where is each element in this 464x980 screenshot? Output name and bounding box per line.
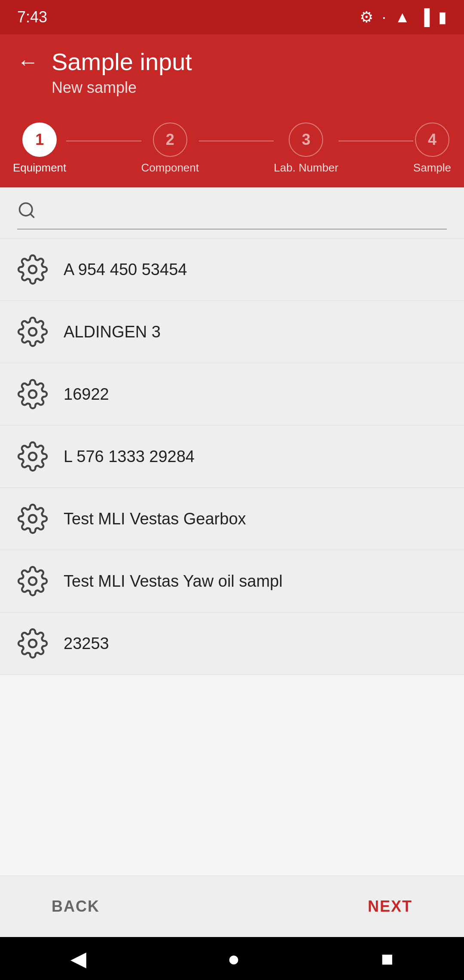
list-item-label: L 576 1333 29284	[64, 447, 195, 466]
status-icons: ⚙ · ▲ ▐ ▮	[360, 8, 447, 26]
step-1-circle: 1	[22, 122, 57, 157]
signal-icon: ▐	[418, 8, 430, 26]
gear-icon	[17, 254, 48, 285]
gear-icon	[17, 379, 48, 410]
step-3-label: Lab. Number	[274, 161, 338, 175]
nav-bar: ◀ ● ■	[0, 937, 464, 980]
svg-point-8	[29, 640, 37, 647]
step-3-circle: 3	[289, 122, 323, 157]
list-item-label: Test MLI Vestas Yaw oil sampl	[64, 572, 283, 591]
list-item-label: ALDINGEN 3	[64, 323, 161, 341]
list-item-label: 16922	[64, 385, 109, 404]
search-input[interactable]	[45, 200, 447, 224]
svg-point-3	[29, 328, 37, 336]
list-item-label: Test MLI Vestas Gearbox	[64, 510, 246, 528]
list-item[interactable]: Test MLI Vestas Gearbox	[0, 488, 464, 550]
list-item[interactable]: 16922	[0, 363, 464, 426]
nav-back-icon[interactable]: ◀	[70, 946, 86, 971]
header: ← Sample input New sample	[0, 34, 464, 114]
svg-line-1	[31, 214, 34, 217]
step-1-label: Equipment	[13, 161, 66, 175]
page-title: Sample input	[52, 47, 192, 76]
next-button[interactable]: NEXT	[342, 889, 438, 924]
step-connector-1	[66, 141, 141, 141]
page-subtitle: New sample	[52, 79, 192, 97]
step-connector-3	[339, 141, 413, 141]
list-item[interactable]: Test MLI Vestas Yaw oil sampl	[0, 550, 464, 612]
bottom-bar: BACK NEXT	[0, 876, 464, 937]
list-item[interactable]: ALDINGEN 3	[0, 301, 464, 363]
back-button[interactable]: BACK	[26, 889, 125, 924]
dot-icon: ·	[382, 8, 386, 26]
back-button[interactable]: ←	[17, 49, 39, 74]
step-4-label: Sample	[413, 161, 451, 175]
wifi-icon: ▲	[395, 8, 410, 26]
search-bar[interactable]	[17, 196, 447, 230]
nav-recents-icon[interactable]: ■	[381, 947, 394, 971]
svg-point-6	[29, 515, 37, 523]
list-item-label: A 954 450 53454	[64, 260, 187, 279]
step-4-circle: 4	[415, 122, 449, 157]
gear-icon	[17, 503, 48, 534]
svg-point-7	[29, 577, 37, 585]
list-item[interactable]: 23253	[0, 612, 464, 675]
status-bar: 7:43 ⚙ · ▲ ▐ ▮	[0, 0, 464, 34]
gear-icon	[17, 628, 48, 659]
battery-icon: ▮	[438, 8, 447, 26]
stepper: 1 Equipment 2 Component 3 Lab. Number 4 …	[0, 114, 464, 187]
status-time: 7:43	[17, 8, 47, 26]
step-connector-2	[199, 141, 274, 141]
step-2-circle: 2	[153, 122, 187, 157]
search-container	[0, 187, 464, 239]
svg-point-4	[29, 390, 37, 398]
gear-icon	[17, 316, 48, 347]
step-2-label: Component	[141, 161, 199, 175]
svg-point-5	[29, 453, 37, 460]
nav-home-icon[interactable]: ●	[227, 947, 240, 971]
header-text: Sample input New sample	[52, 47, 192, 97]
search-icon	[17, 201, 36, 224]
gear-icon	[17, 566, 48, 597]
equipment-list: A 954 450 53454 ALDINGEN 3 16922 L 576 1…	[0, 239, 464, 675]
svg-point-2	[29, 266, 37, 273]
step-1: 1 Equipment	[13, 122, 66, 175]
gear-icon	[17, 441, 48, 472]
list-item[interactable]: A 954 450 53454	[0, 239, 464, 301]
list-item[interactable]: L 576 1333 29284	[0, 426, 464, 488]
step-4: 4 Sample	[413, 122, 451, 175]
step-3: 3 Lab. Number	[274, 122, 338, 175]
list-item-label: 23253	[64, 634, 109, 653]
step-2: 2 Component	[141, 122, 199, 175]
settings-icon: ⚙	[360, 8, 373, 26]
